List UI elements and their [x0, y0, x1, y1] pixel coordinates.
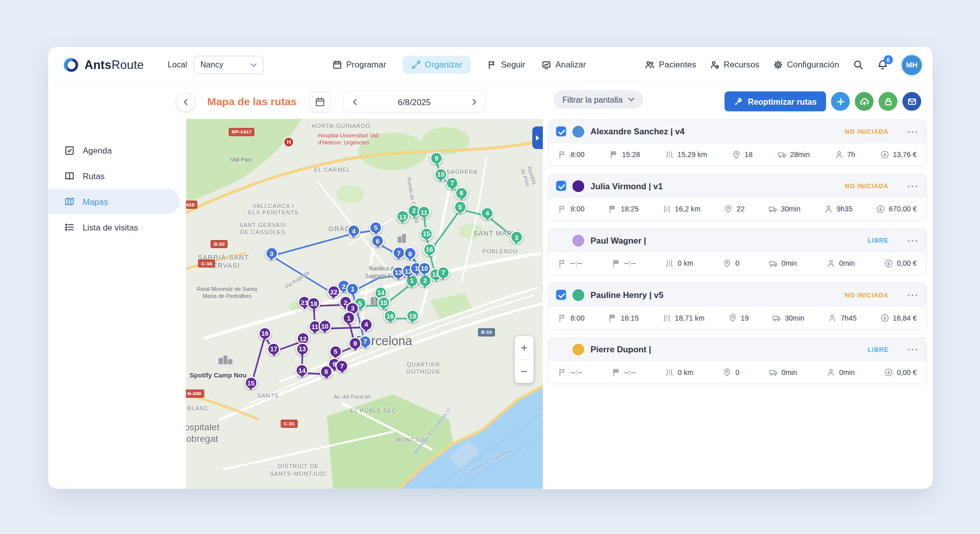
- current-date: 6/8/2025: [398, 97, 431, 107]
- map-marker[interactable]: 17: [267, 342, 281, 355]
- map-marker[interactable]: 3: [510, 231, 523, 244]
- route-checkbox[interactable]: [556, 290, 566, 300]
- map-marker[interactable]: 6: [371, 235, 384, 248]
- start-flag-icon: [558, 314, 567, 322]
- map-marker[interactable]: 6: [320, 365, 333, 378]
- lock-button[interactable]: [879, 92, 897, 111]
- map-marker[interactable]: 4: [360, 318, 373, 331]
- calendar-icon: [332, 60, 342, 69]
- map-marker[interactable]: 15: [244, 376, 257, 390]
- map-marker[interactable]: 4: [347, 224, 360, 238]
- map-marker[interactable]: 5: [454, 200, 467, 213]
- route-stat-value: 8:00: [571, 205, 585, 213]
- drive-time-icon: [773, 314, 781, 322]
- user-avatar[interactable]: MH: [902, 55, 922, 75]
- rocket-icon: [734, 97, 743, 106]
- route-more-button[interactable]: ···: [907, 181, 919, 191]
- sidebar-item-agenda[interactable]: Agenda: [48, 138, 180, 163]
- nav-seguir[interactable]: Seguir: [487, 60, 525, 69]
- route-stat: 670,00 €: [876, 205, 917, 213]
- route-checkbox[interactable]: [556, 181, 566, 191]
- route-name: Julia Virmond | v1: [591, 181, 663, 191]
- antsroute-logo[interactable]: AntsRoute: [63, 57, 144, 73]
- cloud-upload-icon: [860, 97, 869, 106]
- route-status-badge: LIBRE: [868, 346, 889, 353]
- route-more-button[interactable]: ···: [907, 290, 919, 299]
- notifications-button[interactable]: 6: [877, 59, 888, 70]
- location-select[interactable]: Nancy: [193, 55, 263, 74]
- sidebar-item-lista-de-visitas[interactable]: Lista de visitas: [48, 215, 180, 240]
- map-marker[interactable]: 3: [265, 247, 278, 260]
- route-stat: 0: [723, 259, 739, 268]
- route-card-header[interactable]: Pierre Dupont |LIBRE···: [548, 338, 926, 360]
- routes-map[interactable]: HORTA-GUINARDÓHospital Universitari Vall…: [186, 119, 543, 489]
- cloud-upload-button[interactable]: [855, 92, 873, 111]
- route-more-button[interactable]: ···: [907, 127, 919, 136]
- nav-configuracion[interactable]: Configuración: [773, 60, 839, 69]
- route-checkbox[interactable]: [556, 126, 566, 136]
- route-stat-value: --:--: [624, 260, 636, 267]
- route-card-header[interactable]: Pauline Henry | v5NO INICIADA···: [548, 283, 926, 306]
- route-stats-row: --:----:--0 km00min0min0,00 €: [548, 252, 926, 275]
- map-marker[interactable]: 7: [437, 266, 450, 279]
- calendar-picker-button[interactable]: [309, 92, 330, 113]
- filter-screen-button[interactable]: Filtrar la pantalla: [553, 90, 643, 109]
- add-button[interactable]: [831, 92, 850, 111]
- map-marker[interactable]: 10: [318, 320, 331, 333]
- nav-programar[interactable]: Programar: [332, 60, 386, 69]
- map-marker[interactable]: 16: [258, 327, 271, 340]
- map-marker[interactable]: 14: [296, 364, 309, 377]
- route-card-header[interactable]: Julia Virmond | v1NO INICIADA···: [548, 175, 926, 197]
- map-marker[interactable]: 15: [377, 296, 390, 309]
- map-marker[interactable]: 8: [403, 247, 416, 260]
- map-marker[interactable]: 4: [480, 207, 494, 220]
- route-more-button[interactable]: ···: [907, 345, 919, 354]
- map-marker[interactable]: 16: [423, 243, 436, 256]
- nav-recursos[interactable]: Recursos: [710, 60, 759, 69]
- map-marker[interactable]: 5: [369, 221, 382, 234]
- email-button[interactable]: [902, 92, 921, 111]
- zoom-in-button[interactable]: +: [515, 336, 533, 359]
- map-marker[interactable]: 22: [327, 285, 340, 298]
- sidebar-item-rutas[interactable]: Rutas: [48, 164, 180, 189]
- zoom-control: + −: [515, 336, 533, 383]
- expand-panel-tab[interactable]: [532, 126, 543, 149]
- map-marker[interactable]: 9: [430, 151, 443, 165]
- finish-flag-icon: [608, 314, 617, 322]
- map-marker[interactable]: 10: [418, 262, 431, 275]
- map-marker[interactable]: 1: [346, 282, 359, 295]
- route-stat: 16,84 €: [880, 314, 917, 322]
- finish-flag-icon: [609, 150, 618, 159]
- map-marker[interactable]: 1: [342, 312, 355, 325]
- map-marker[interactable]: 15: [420, 227, 433, 241]
- map-marker[interactable]: 11: [417, 205, 431, 218]
- map-marker[interactable]: 18: [307, 297, 320, 310]
- route-more-button[interactable]: ···: [907, 236, 919, 245]
- main-nav: Programar Organizar Seguir Analizar: [332, 56, 586, 74]
- cost-icon: [884, 259, 893, 268]
- route-stats-row: 8:0018:2516,2 km2230min9h35670,00 €: [548, 197, 926, 220]
- map-marker[interactable]: 6: [455, 187, 468, 200]
- search-icon: [853, 59, 864, 70]
- search-button[interactable]: [853, 59, 864, 70]
- map-marker[interactable]: 16: [384, 310, 397, 323]
- map-marker[interactable]: 7: [335, 359, 348, 372]
- map-marker[interactable]: 13: [296, 342, 309, 355]
- map-marker[interactable]: 10: [434, 168, 447, 181]
- zoom-out-button[interactable]: −: [515, 360, 533, 383]
- route-stat: 7h: [834, 150, 855, 159]
- map-marker[interactable]: 9: [348, 337, 362, 350]
- app-window: AntsRoute Local Nancy Programar Organiza…: [48, 47, 933, 489]
- next-day-button[interactable]: [471, 99, 477, 105]
- sidebar-item-mapas[interactable]: Mapas: [48, 189, 180, 214]
- reoptimize-routes-button[interactable]: Reoptimizar rutas: [725, 92, 826, 112]
- previous-day-button[interactable]: [352, 99, 358, 105]
- nav-organizar[interactable]: Organizar: [402, 56, 471, 74]
- nav-pacientes[interactable]: Pacientes: [645, 60, 696, 69]
- route-card-header[interactable]: Alexandre Sanchez | v4NO INICIADA···: [548, 120, 926, 143]
- nav-analizar[interactable]: Analizar: [542, 60, 586, 69]
- route-card-header[interactable]: Paul Wagner |LIBRE···: [548, 229, 926, 252]
- map-marker[interactable]: 19: [406, 310, 419, 323]
- map-marker[interactable]: 5: [329, 345, 342, 358]
- collapse-sidebar-button[interactable]: [177, 93, 195, 111]
